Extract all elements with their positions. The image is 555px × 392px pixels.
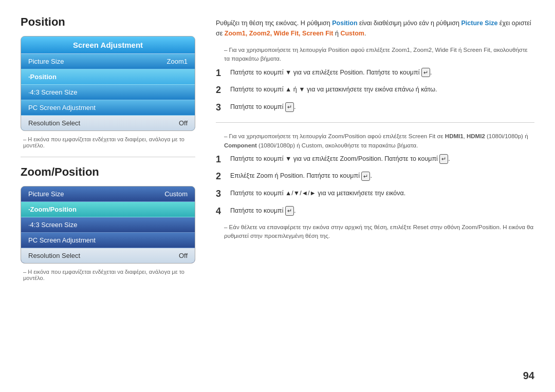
position-menu-screen-size[interactable]: ·4:3 Screen Size — [21, 85, 195, 100]
zoom1-fn-keyword: Zoom1, Zoom2, Wide Fit — [392, 47, 457, 53]
position2-keyword: Position — [280, 172, 303, 179]
enter-icon-1: ↵ — [421, 68, 430, 78]
zoom-menu-resolution[interactable]: Resolution Select Off — [21, 248, 195, 263]
resolution-value: Off — [179, 119, 188, 127]
position-menu-position[interactable]: ·Position — [21, 69, 195, 85]
zoom-section: Zoom/Position Picture Size Custom ·Zoom/… — [21, 165, 195, 281]
screen-fit-keyword: Screen Fit — [409, 133, 435, 139]
position-fn-keyword: Position — [328, 47, 349, 53]
position-step-1: 1 Πατήστε το κουμπί ▼ για να επιλέξετε P… — [216, 68, 534, 79]
zoom-fn-keyword: Zoom/Position — [328, 133, 366, 139]
zoom-title: Zoom/Position — [21, 165, 195, 179]
position-menu-picture-size[interactable]: Picture Size Zoom1 — [21, 54, 195, 69]
screen-size-label: ·4:3 Screen Size — [28, 88, 77, 96]
zoom-step-2: 2 Επιλέξτε Zoom ή Position. Πατήστε το κ… — [216, 171, 534, 182]
zoom-screen-size-label: ·4:3 Screen Size — [28, 221, 77, 229]
position-menu-pc-screen[interactable]: PC Screen Adjustment — [21, 100, 195, 116]
position-label: ·Position — [28, 73, 57, 81]
zoom-step1-keyword: Zoom/Position — [340, 155, 381, 162]
zoom-desc1: – Για να χρησιμοποιήσετε τη λειτουργία Z… — [216, 132, 534, 150]
zoom-reset-note: – Εάν θέλετε να επαναφέρετε την εικόνα σ… — [216, 223, 534, 241]
zoom-menu-box: Picture Size Custom ·Zoom/Position ·4:3 … — [21, 186, 195, 264]
position-note: – Για να χρησιμοποιήσετε τη λειτουργία P… — [216, 46, 534, 64]
enter-icon-5: ↵ — [285, 206, 294, 216]
resolution-label: Resolution Select — [28, 119, 80, 127]
zoom-resolution-value: Off — [179, 252, 188, 259]
position-keyword: Position — [332, 20, 357, 27]
zoom-position-keyword: Zoom/Position — [461, 224, 499, 230]
zoom-step-1: 1 Πατήστε το κουμπί ▼ για να επιλέξετε Z… — [216, 154, 534, 165]
section-divider — [21, 157, 195, 157]
reset-keyword: Reset — [413, 224, 429, 230]
position-steps: 1 Πατήστε το κουμπί ▼ για να επιλέξετε P… — [216, 68, 534, 114]
picture-size-label: Picture Size — [28, 58, 64, 65]
enter-icon-2: ↵ — [285, 102, 294, 112]
zoom-menu-pc-screen[interactable]: PC Screen Adjustment — [21, 233, 195, 248]
position-title: Position — [21, 15, 195, 29]
component-keyword: Component — [224, 142, 257, 148]
left-panel: Position Screen Adjustment Picture Size … — [21, 15, 195, 382]
picture-size-value: Zoom1 — [167, 58, 188, 65]
page-container: Position Screen Adjustment Picture Size … — [0, 0, 555, 392]
custom2-keyword: Custom — [302, 142, 322, 148]
enter-icon-4: ↵ — [361, 172, 370, 181]
zoom-picture-size-value: Custom — [164, 190, 188, 198]
zoom-footnote: – Η εικόνα που εμφανίζεται ενδέχεται να … — [21, 269, 195, 281]
pc-screen-label: PC Screen Adjustment — [28, 104, 96, 111]
right-panel: Ρυθμίζει τη θέση της εικόνας. Η ρύθμιση … — [216, 15, 534, 382]
position-section: Position Screen Adjustment Picture Size … — [21, 15, 195, 148]
position-step-3: 3 Πατήστε το κουμπί ↵. — [216, 102, 534, 114]
position-footnote: – Η εικόνα που εμφανίζεται ενδέχεται να … — [21, 136, 195, 148]
position-step-2: 2 Πατήστε το κουμπί ▲ ή ▼ για να μετακιν… — [216, 85, 534, 96]
zoom-step-3: 3 Πατήστε το κουμπί ▲/▼/◄/► για να μετακ… — [216, 189, 534, 200]
position-desc1: Ρυθμίζει τη θέση της εικόνας. Η ρύθμιση … — [216, 18, 534, 39]
screen-fit-fn-keyword: Screen Fit — [464, 47, 490, 53]
zoom-position-label: ·Zoom/Position — [28, 206, 77, 213]
position-step1-keyword: Position — [340, 69, 362, 76]
zoom-steps: 1 Πατήστε το κουμπί ▼ για να επιλέξετε Z… — [216, 154, 534, 217]
zoom1-keyword: Zoom1, Zoom2, Wide Fit, Screen Fit — [225, 30, 334, 37]
zoom-description: – Για να χρησιμοποιήσετε τη λειτουργία Z… — [216, 132, 534, 240]
zoom-menu-zoom-position[interactable]: ·Zoom/Position — [21, 202, 195, 217]
custom-keyword: Custom — [340, 30, 364, 37]
enter-icon-3: ↵ — [439, 154, 448, 164]
zoom-picture-size-label: Picture Size — [28, 190, 64, 198]
position-menu-resolution[interactable]: Resolution Select Off — [21, 116, 195, 130]
zoom-step-4: 4 Πατήστε το κουμπί ↵. — [216, 206, 534, 217]
page-number: 94 — [523, 370, 534, 382]
right-separator — [216, 122, 534, 123]
position-menu-box: Screen Adjustment Picture Size Zoom1 ·Po… — [21, 36, 195, 131]
screen-adjustment-header: Screen Adjustment — [21, 36, 195, 54]
zoom-keyword: Zoom — [256, 172, 273, 179]
zoom-menu-picture-size[interactable]: Picture Size Custom — [21, 186, 195, 202]
zoom-pc-screen-label: PC Screen Adjustment — [28, 236, 96, 244]
zoom-menu-screen-size[interactable]: ·4:3 Screen Size — [21, 217, 195, 233]
picture-size-keyword: Picture Size — [461, 20, 497, 27]
zoom-resolution-label: Resolution Select — [28, 252, 80, 259]
position-description: Ρυθμίζει τη θέση της εικόνας. Η ρύθμιση … — [216, 18, 534, 113]
hdmi2-keyword: HDMI2 — [467, 133, 485, 139]
hdmi1-keyword: HDMI1 — [445, 133, 464, 139]
